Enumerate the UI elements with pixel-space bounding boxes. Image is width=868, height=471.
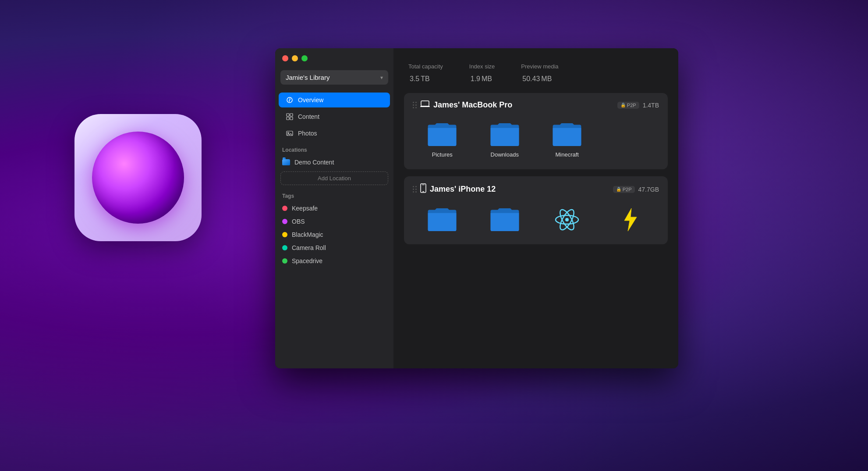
iphone-p2p-badge: 🔒 P2P <box>613 186 635 193</box>
tag-blackmagic[interactable]: BlackMagic <box>275 228 393 241</box>
sidebar-item-content[interactable]: Content <box>279 109 390 124</box>
react-icon <box>551 207 583 233</box>
device-iphone-12: James' iPhone 12 🔒 P2P 47.7GB <box>404 176 668 244</box>
sidebar: Jamie's Library ▾ Overview <box>275 48 393 368</box>
sidebar-item-photos[interactable]: Photos <box>279 126 390 141</box>
tag-spacedrive[interactable]: Spacedrive <box>275 254 393 268</box>
pictures-label: Pictures <box>432 151 453 158</box>
obs-label: OBS <box>292 218 305 225</box>
minecraft-folder-icon <box>551 121 583 148</box>
folder-downloads[interactable]: Downloads <box>475 117 535 162</box>
camera-roll-label: Camera Roll <box>292 244 326 251</box>
svg-point-15 <box>565 218 569 221</box>
main-window: Jamie's Library ▾ Overview <box>275 48 678 368</box>
index-size-label: Index size <box>469 63 495 70</box>
keepsafe-label: Keepsafe <box>292 205 318 212</box>
add-location-button[interactable]: Add Location <box>280 171 388 185</box>
close-button[interactable] <box>282 55 288 61</box>
stat-preview-media: Preview media 50.43MB <box>521 63 558 84</box>
svg-rect-11 <box>422 185 425 185</box>
overview-icon <box>286 96 294 104</box>
location-demo-content[interactable]: Demo Content <box>275 156 393 169</box>
total-capacity-value: 3.5TB <box>408 71 443 84</box>
tag-keepsafe[interactable]: Keepsafe <box>275 202 393 215</box>
blackmagic-label: BlackMagic <box>292 231 323 238</box>
iphone-name: James' iPhone 12 <box>430 185 609 194</box>
svg-rect-7 <box>421 101 429 106</box>
main-content: Total capacity 3.5TB Index size 1.9MB Pr… <box>393 48 678 368</box>
obs-dot <box>282 219 287 224</box>
svg-rect-1 <box>287 114 289 116</box>
keepsafe-dot <box>282 206 287 211</box>
iphone-folder-2[interactable] <box>475 202 535 237</box>
iphone-size: 47.7GB <box>638 186 659 193</box>
content-label: Content <box>298 113 319 120</box>
tags-header: Tags <box>275 188 393 202</box>
locations-header: Locations <box>275 142 393 156</box>
tag-camera-roll[interactable]: Camera Roll <box>275 241 393 254</box>
overview-label: Overview <box>298 96 323 103</box>
preview-media-label: Preview media <box>521 63 558 70</box>
maximize-button[interactable] <box>301 55 308 61</box>
macbook-p2p-badge: 🔒 P2P <box>617 102 639 109</box>
iphone-react-icon[interactable] <box>538 202 597 237</box>
traffic-lights <box>282 55 308 61</box>
minimize-button[interactable] <box>292 55 298 61</box>
svg-point-6 <box>288 132 289 134</box>
minecraft-label: Minecraft <box>556 151 579 158</box>
spacedrive-label: Spacedrive <box>292 257 322 264</box>
sidebar-item-overview[interactable]: Overview <box>279 93 390 107</box>
iphone-folder-1[interactable] <box>413 202 472 237</box>
downloads-label: Downloads <box>491 151 519 158</box>
chevron-down-icon: ▾ <box>380 75 383 81</box>
app-icon-sphere <box>92 132 184 224</box>
folder-pictures[interactable]: Pictures <box>413 117 472 162</box>
macbook-folder-grid: Pictures Downloads Minecraft <box>413 117 659 162</box>
svg-rect-2 <box>290 114 293 116</box>
preview-media-value: 50.43MB <box>521 71 558 84</box>
lock-icon: 🔒 <box>620 103 626 107</box>
tag-obs[interactable]: OBS <box>275 215 393 228</box>
iphone-lightning-icon[interactable] <box>600 202 659 237</box>
photos-icon <box>286 129 294 137</box>
folder-minecraft[interactable]: Minecraft <box>538 117 597 162</box>
device-macbook-pro: James' MacBook Pro 🔒 P2P 1.4TB Pictures <box>404 93 668 169</box>
index-size-value: 1.9MB <box>469 71 495 84</box>
drag-handle-iphone[interactable] <box>413 186 417 193</box>
svg-rect-4 <box>290 117 293 120</box>
stat-total-capacity: Total capacity 3.5TB <box>408 63 443 84</box>
macbook-pro-header: James' MacBook Pro 🔒 P2P 1.4TB <box>413 100 659 110</box>
content-icon <box>286 113 294 121</box>
lock-icon-iphone: 🔒 <box>616 187 621 192</box>
macbook-size: 1.4TB <box>643 102 659 109</box>
macbook-pro-name: James' MacBook Pro <box>433 100 614 110</box>
iphone-folder-grid <box>413 202 659 237</box>
total-capacity-label: Total capacity <box>408 63 443 70</box>
spacedrive-dot <box>282 258 287 264</box>
iphone-header: James' iPhone 12 🔒 P2P 47.7GB <box>413 183 659 195</box>
photos-label: Photos <box>298 130 317 137</box>
camera-roll-dot <box>282 245 287 250</box>
lightning-icon <box>614 207 645 233</box>
location-label: Demo Content <box>294 159 334 166</box>
iphone-folder-2-icon <box>489 207 521 233</box>
svg-rect-3 <box>287 117 289 120</box>
downloads-folder-icon <box>489 121 521 148</box>
drag-handle[interactable] <box>413 102 417 108</box>
app-icon <box>74 114 202 241</box>
pictures-folder-icon <box>426 121 458 148</box>
library-dropdown[interactable]: Jamie's Library ▾ <box>280 70 388 85</box>
phone-icon <box>420 183 426 195</box>
svg-rect-8 <box>420 106 430 107</box>
blackmagic-dot <box>282 232 287 237</box>
laptop-icon <box>420 100 430 110</box>
stat-index-size: Index size 1.9MB <box>469 63 495 84</box>
library-name: Jamie's Library <box>286 74 329 81</box>
svg-rect-10 <box>422 191 424 192</box>
stats-header: Total capacity 3.5TB Index size 1.9MB Pr… <box>404 57 668 93</box>
iphone-folder-1-icon <box>426 207 458 233</box>
folder-icon <box>282 159 290 165</box>
